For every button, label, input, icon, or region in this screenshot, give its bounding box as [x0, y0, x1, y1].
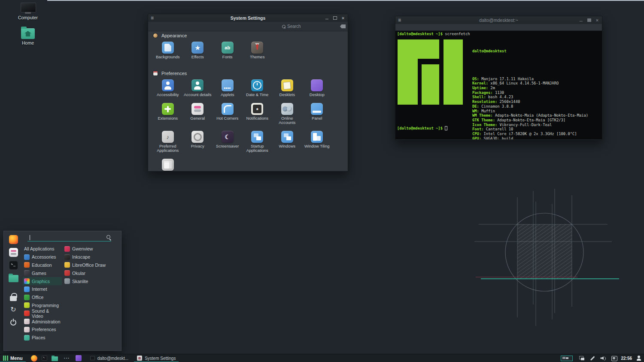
settings-item[interactable]: Desktop: [302, 79, 332, 97]
clock[interactable]: 22:56: [621, 356, 632, 361]
category-item[interactable]: All Applications: [23, 245, 62, 253]
computer-icon: [21, 3, 35, 14]
settings-search-input[interactable]: Search: [281, 23, 340, 30]
settings-item[interactable]: Preferred Applications: [153, 131, 183, 153]
terminal-icon[interactable]: [7, 259, 19, 271]
settings-item[interactable]: Screensaver: [213, 131, 243, 153]
settings-item[interactable]: Desklets: [272, 79, 302, 97]
settings-item[interactable]: Window Tiling: [302, 131, 332, 153]
category-item[interactable]: Graphics: [23, 277, 62, 285]
taskbar-window-terminal[interactable]: dalto@mdeskt...: [87, 354, 131, 362]
terminal-command-line: [dalto@mdesktest ~]$ screenfetch: [397, 32, 470, 36]
close-button[interactable]: ×: [595, 18, 599, 22]
app-item[interactable]: Inkscape: [63, 253, 119, 261]
settings-item[interactable]: Windows: [272, 131, 302, 153]
settings-item-label: Preferred Applications: [154, 144, 182, 153]
settings-item[interactable]: Extensions: [153, 103, 183, 125]
settings-item[interactable]: Privacy: [183, 131, 213, 153]
settings-item[interactable]: ab Fonts: [213, 42, 243, 59]
settings-item[interactable]: Account details: [183, 79, 213, 97]
shutdown-icon[interactable]: [7, 317, 19, 328]
minimize-button[interactable]: [579, 18, 583, 22]
terminal-launcher-icon[interactable]: [41, 355, 48, 362]
settings-item[interactable]: Notifications: [243, 103, 273, 125]
settings-item[interactable]: Online Accounts: [272, 103, 302, 125]
text-cursor: [30, 235, 30, 240]
settings-item-label: Extensions: [158, 116, 178, 121]
files-launcher-icon[interactable]: [51, 355, 58, 362]
logout-icon[interactable]: ↻: [7, 304, 19, 315]
tweaks-icon[interactable]: [7, 247, 19, 258]
settings-item-label: Privacy: [191, 144, 204, 148]
app-item[interactable]: Okular: [63, 269, 119, 277]
category-label: All Applications: [24, 246, 55, 251]
window-menu-icon[interactable]: ≡: [151, 15, 154, 21]
window-menu-icon[interactable]: ≡: [398, 18, 401, 23]
maximize-button[interactable]: [333, 16, 337, 20]
app-icon: [64, 254, 70, 260]
appearance-grid: Backgrounds Effects ab Fonts Themes: [153, 42, 332, 59]
app-item[interactable]: LibreOffice Draw: [63, 261, 119, 269]
settings-item[interactable]: Hot Corners: [213, 103, 243, 125]
category-item[interactable]: Administration: [23, 317, 62, 326]
settings-item-icon: [251, 79, 263, 91]
category-item[interactable]: Sound & Video: [23, 309, 62, 317]
settings-item[interactable]: General: [183, 103, 213, 125]
minimize-button[interactable]: [325, 16, 329, 20]
user-icon[interactable]: [636, 356, 641, 361]
category-label: Games: [32, 271, 46, 276]
files-icon[interactable]: [7, 272, 19, 284]
taskbar-window-desktop[interactable]: [73, 354, 85, 362]
panel-overflow-button[interactable]: ···: [64, 356, 70, 361]
terminal-screen[interactable]: [dalto@mdesktest ~]$ screenfetch dalto@m…: [395, 31, 602, 139]
settings-item-label: Accessibility: [157, 93, 179, 97]
wallpaper-sketch: [455, 184, 644, 335]
workspace-switcher[interactable]: [561, 356, 573, 361]
settings-item-icon: [191, 103, 204, 115]
maximize-button[interactable]: [587, 18, 591, 22]
volume-icon[interactable]: [600, 355, 606, 361]
close-button[interactable]: ×: [341, 16, 345, 20]
pen-icon[interactable]: [589, 355, 595, 361]
firefox-launcher-icon[interactable]: [30, 355, 38, 362]
category-item[interactable]: Preferences: [23, 326, 62, 334]
terminal-titlebar[interactable]: ≡ dalto@mdesktest:~ ×: [395, 16, 602, 24]
settings-item[interactable]: Date & Time: [243, 79, 273, 97]
menu-search-input[interactable]: [27, 234, 111, 241]
settings-titlebar[interactable]: ≡ System Settings ×: [148, 14, 348, 22]
category-item[interactable]: Accessories: [23, 253, 62, 261]
category-item[interactable]: Office: [23, 293, 62, 302]
search-placeholder: Search: [287, 24, 339, 29]
settings-item-label: Account details: [184, 93, 211, 97]
screenfetch-line: GPU: SVGA3D; build: [472, 136, 588, 139]
category-item[interactable]: Education: [23, 261, 62, 269]
menu-button[interactable]: Menu: [0, 354, 26, 362]
category-item[interactable]: Internet: [23, 285, 62, 293]
lock-icon[interactable]: [7, 291, 19, 302]
firefox-icon[interactable]: [7, 234, 19, 245]
keyboard-icon[interactable]: [611, 355, 617, 361]
settings-item[interactable]: Startup Applications: [243, 131, 273, 153]
app-item[interactable]: Skanlite: [63, 277, 119, 285]
category-item[interactable]: Places: [23, 334, 62, 342]
app-item[interactable]: Gwenview: [63, 245, 119, 253]
settings-item[interactable]: Workspaces: [153, 159, 183, 172]
settings-item[interactable]: Themes: [243, 42, 273, 59]
settings-item[interactable]: Effects: [183, 42, 213, 59]
screenfetch-line: Kernel: x86_64 Linux 4.14.56-1-MANJARO: [472, 81, 588, 86]
display-icon[interactable]: [579, 355, 585, 361]
settings-item[interactable]: Panel: [302, 103, 332, 125]
settings-item[interactable]: Applets: [213, 79, 243, 97]
menu-popup: ↻ All Applications Accessories Education…: [3, 231, 122, 351]
desktop-icon-computer[interactable]: Computer: [14, 3, 42, 20]
settings-item-label: Fonts: [222, 55, 233, 59]
desktop-icon-home[interactable]: Home: [14, 28, 42, 45]
settings-item[interactable]: Backgrounds: [153, 42, 183, 59]
taskbar-window-settings[interactable]: System Settings: [134, 354, 179, 362]
screenfetch-line: CPU: Intel Core i7-5820K @ 2x 3.3GHz [10…: [472, 132, 588, 136]
screenfetch-line: Icon Theme: Vibrancy-Full-Dark-Teal: [472, 123, 588, 127]
category-icon: [24, 335, 30, 341]
settings-item[interactable]: Accessibility: [153, 79, 183, 97]
clear-search-icon[interactable]: [340, 24, 346, 28]
category-item[interactable]: Games: [23, 269, 62, 277]
